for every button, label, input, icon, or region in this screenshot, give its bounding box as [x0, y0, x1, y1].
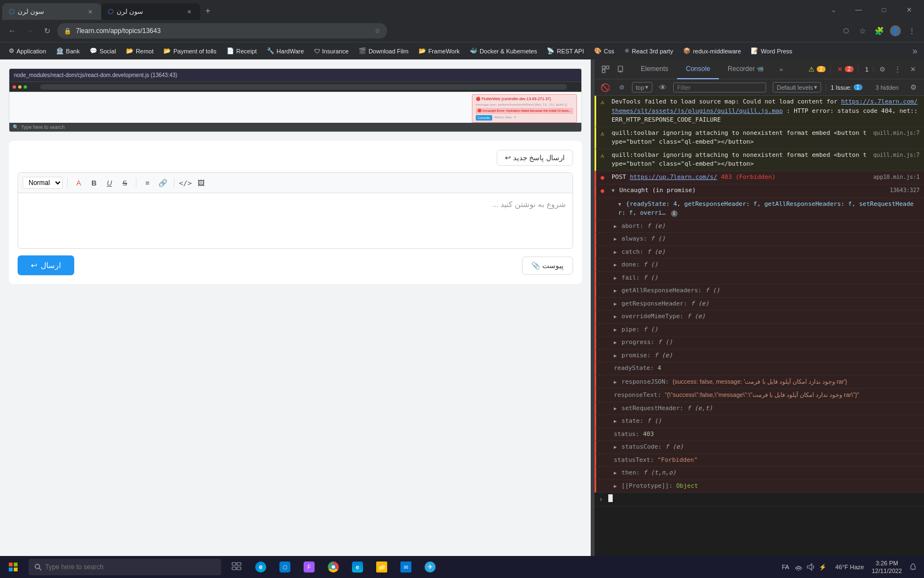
error-badge[interactable]: ✕ 2	[833, 66, 859, 73]
hidden-count[interactable]: 3 hidden	[871, 84, 903, 91]
expand-abort[interactable]	[614, 222, 617, 231]
reload-button[interactable]: ↻	[40, 23, 55, 39]
strikethrough-button[interactable]: S̶	[118, 176, 131, 189]
editor-body[interactable]: شروع به نوشتن کنید ...	[18, 193, 573, 248]
submit-button[interactable]: ↩ ارسال	[18, 255, 74, 275]
eye-icon[interactable]: 👁	[657, 81, 669, 94]
link-button[interactable]: 🔗	[156, 176, 169, 189]
bookmark-receipt[interactable]: 📄 Receipt	[222, 46, 261, 56]
extensions-button[interactable]: 🧩	[871, 23, 887, 39]
minimize-button[interactable]: —	[846, 0, 871, 20]
clear-console-button[interactable]: 🚫	[599, 81, 611, 94]
clock[interactable]: 3:26 PM 12/11/2022	[872, 559, 902, 575]
bookmark-download-film[interactable]: 🎬 Download Film	[354, 46, 413, 56]
bookmarks-more-button[interactable]: »	[910, 45, 920, 57]
expand-statuscode[interactable]	[614, 443, 617, 452]
cast-button[interactable]: ⬡	[838, 23, 854, 39]
more-tabs-icon[interactable]: »	[774, 63, 788, 76]
tab-2[interactable]: ⬡ سون لرن ✕	[101, 3, 200, 20]
bookmark-payment[interactable]: 📂 Payment of tolls	[159, 46, 221, 56]
device-mode-icon[interactable]	[614, 63, 628, 76]
mail-icon[interactable]: ✉	[395, 556, 417, 578]
bold-button[interactable]: B	[87, 176, 101, 189]
bookmark-bank[interactable]: 🏦 Bank	[52, 46, 84, 56]
bookmark-application[interactable]: ⚙ Application	[4, 46, 51, 56]
network-icon[interactable]	[794, 562, 804, 572]
bookmark-social[interactable]: 💬 Social	[85, 46, 120, 56]
format-select[interactable]: Normal	[23, 177, 63, 189]
edge-taskbar-icon[interactable]: e	[346, 556, 369, 578]
expand-done[interactable]	[614, 260, 617, 270]
inspect-icon[interactable]	[599, 63, 612, 76]
language-indicator[interactable]: FA	[782, 564, 789, 570]
maximize-button[interactable]: □	[871, 0, 897, 20]
more-options-button[interactable]: ⋮	[891, 63, 904, 76]
source-map-link[interactable]: https://s.7learn.com/themes/slt/assets/j…	[612, 98, 917, 114]
expand-catch[interactable]	[614, 248, 617, 257]
image-button[interactable]: 🖼	[194, 176, 207, 189]
bookmark-insurance[interactable]: 🛡 Insurance	[310, 46, 353, 56]
expand-getall[interactable]	[614, 286, 617, 296]
bookmark-framework[interactable]: 📂 FrameWork	[414, 46, 464, 56]
list-button[interactable]: ≡	[141, 176, 154, 189]
taskbar-search-area[interactable]	[29, 559, 221, 575]
console-location-4[interactable]: app10.min.js:1	[873, 173, 920, 181]
tab2-close[interactable]: ✕	[185, 7, 194, 16]
minimize-list-button[interactable]: ⌄	[821, 0, 846, 20]
address-bar[interactable]: 🔒 7learn.com/app/topics/13643 ☆	[57, 23, 387, 39]
forward-button[interactable]: →	[22, 23, 37, 39]
volume-icon[interactable]	[806, 562, 816, 572]
bookmark-hardware[interactable]: 🔧 HardWare	[262, 46, 309, 56]
expand-fail[interactable]	[614, 274, 617, 283]
close-button[interactable]: ✕	[897, 0, 922, 20]
code-button[interactable]: </>	[179, 176, 192, 189]
bookmark-react[interactable]: ⚛ React 3rd party	[620, 46, 678, 56]
notification-button[interactable]	[906, 556, 920, 578]
weather-info[interactable]: 46°F Haze	[832, 564, 867, 570]
expand-setheader[interactable]	[614, 404, 617, 413]
expand-progress[interactable]	[614, 338, 617, 347]
issues-button[interactable]: 1 Issue: 1	[826, 84, 867, 91]
bookmark-redux[interactable]: 📦 redux-middleware	[679, 46, 745, 56]
expand-override[interactable]	[614, 312, 617, 321]
tab-1[interactable]: ⬡ سون لرن ✕	[2, 3, 101, 20]
expand-arrow-obj[interactable]	[618, 200, 621, 209]
bookmark-wordpress[interactable]: 📝 Word Press	[746, 46, 796, 56]
tab-recorder[interactable]: Recorder 📹	[719, 59, 772, 79]
color-button[interactable]: A	[72, 176, 85, 189]
tab-elements[interactable]: Elements	[632, 59, 677, 79]
bookmark-remot[interactable]: 📂 Remot	[122, 46, 158, 56]
task-view-button[interactable]	[226, 556, 248, 578]
console-filter-input[interactable]	[673, 83, 766, 92]
level-selector[interactable]: Default levels ▾	[773, 82, 821, 92]
expand-pipe[interactable]	[614, 325, 617, 335]
expand-always[interactable]	[614, 235, 617, 244]
new-reply-button[interactable]: ↩ ارسال پاسخ جدید	[497, 150, 573, 166]
tab1-close[interactable]: ✕	[86, 7, 95, 16]
figma-icon[interactable]: F	[298, 556, 320, 578]
context-selector[interactable]: top ▾	[632, 82, 652, 92]
tab-console[interactable]: Console	[677, 59, 719, 79]
taskbar-search-input[interactable]	[45, 563, 199, 571]
expand-promise[interactable]	[614, 351, 617, 361]
expand-state[interactable]	[614, 417, 617, 426]
attach-button[interactable]: 📎 پیوست	[522, 257, 573, 275]
warning-badge[interactable]: ⚠ 2	[804, 66, 831, 73]
profile-button[interactable]: 👤	[888, 23, 903, 39]
battery-icon[interactable]: ⚡	[818, 562, 828, 572]
menu-button[interactable]: ⋮	[904, 23, 920, 39]
info-circle-icon[interactable]: i	[671, 210, 678, 217]
settings-gear-icon[interactable]: ⚙	[908, 81, 920, 94]
settings-button[interactable]: ⚙	[876, 63, 889, 76]
expand-arrow-5[interactable]	[612, 186, 614, 195]
expand-getheader[interactable]	[614, 299, 617, 309]
expand-responsejson[interactable]	[614, 378, 617, 387]
info-badge[interactable]: 1	[861, 66, 873, 73]
vscode-icon[interactable]: ⬡	[274, 556, 296, 578]
bookmark-rest[interactable]: 📡 REST API	[542, 46, 588, 56]
edge-icon[interactable]: e	[250, 556, 272, 578]
bookmark-docker[interactable]: 🐳 Docker & Kubernetes	[465, 46, 542, 56]
back-button[interactable]: ←	[4, 23, 20, 39]
console-location-3[interactable]: quill.min.js:7	[873, 151, 920, 159]
console-filter-button[interactable]: ⊘	[615, 81, 628, 94]
